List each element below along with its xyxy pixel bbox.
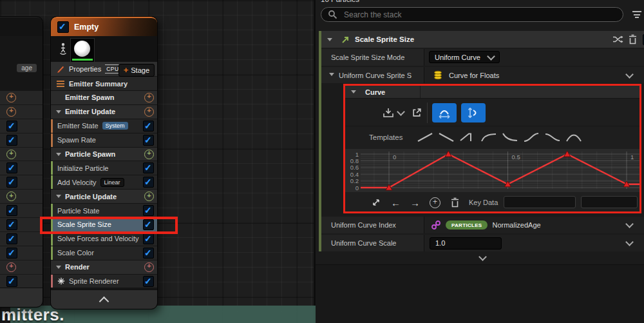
collapse-arrow-icon[interactable] bbox=[56, 110, 61, 113]
stack-row-emitter-update[interactable]: Emitter Update bbox=[51, 105, 157, 119]
collapse-arrow-icon[interactable] bbox=[329, 73, 334, 76]
emitter-header[interactable]: Empty bbox=[51, 17, 157, 36]
template-linear-rise-icon[interactable] bbox=[417, 132, 433, 142]
fit-vertical-button[interactable] bbox=[461, 103, 486, 122]
curve-header[interactable]: Curve bbox=[345, 86, 639, 99]
scale-sprite-size-header[interactable]: Scale Sprite Size bbox=[321, 31, 644, 48]
stack-row-render[interactable]: Render bbox=[51, 260, 157, 274]
ghost-stack-row[interactable] bbox=[0, 148, 43, 161]
template-peak-icon[interactable] bbox=[565, 132, 582, 142]
emitter-node-empty[interactable]: Empty Properties CPU + Stage bbox=[50, 16, 158, 309]
ghost-stack-row[interactable] bbox=[0, 119, 43, 133]
stack-row-emitter-state[interactable]: Emitter StateSystem bbox=[51, 119, 157, 133]
add-stage-button[interactable]: + Stage bbox=[118, 64, 155, 77]
add-key-icon[interactable] bbox=[430, 197, 440, 208]
source-value-area[interactable]: Curve for Floats bbox=[424, 67, 644, 83]
ghost-stack-row[interactable] bbox=[0, 190, 43, 203]
stack-row-solve-forces-and-velocity[interactable]: Solve Forces and Velocity bbox=[51, 232, 157, 246]
ghost-stack-row[interactable] bbox=[0, 91, 43, 104]
row-properties[interactable]: Properties CPU + Stage bbox=[51, 62, 157, 77]
ghost-stack-row[interactable] bbox=[0, 218, 43, 231]
row-emitter-summary[interactable]: Emitter Summary bbox=[51, 77, 157, 91]
module-checkbox[interactable] bbox=[143, 135, 154, 146]
add-module-button[interactable] bbox=[144, 93, 154, 103]
fit-horizontal-button[interactable] bbox=[432, 103, 457, 122]
add-module-button[interactable] bbox=[144, 191, 154, 201]
ghost-stack-row[interactable] bbox=[0, 275, 43, 288]
add-module-button[interactable] bbox=[6, 93, 16, 103]
search-bar[interactable] bbox=[321, 7, 623, 22]
module-checkbox[interactable] bbox=[143, 276, 154, 287]
stack-row-emitter-spawn[interactable]: Emitter Spawn bbox=[51, 91, 157, 104]
module-checkbox[interactable] bbox=[143, 121, 154, 132]
module-checkbox[interactable] bbox=[6, 121, 17, 132]
stack-row-particle-spawn[interactable]: Particle Spawn bbox=[51, 148, 157, 161]
module-checkbox[interactable] bbox=[143, 219, 154, 230]
ghost-stack-row[interactable] bbox=[0, 204, 43, 217]
chevron-down-icon[interactable] bbox=[625, 238, 634, 246]
stack-row-sprite-renderer[interactable]: Sprite Renderer bbox=[51, 275, 157, 288]
chevron-down-icon[interactable] bbox=[397, 108, 405, 116]
collapse-arrow-icon[interactable] bbox=[56, 266, 61, 269]
add-module-button[interactable] bbox=[144, 107, 154, 117]
add-module-button[interactable] bbox=[144, 262, 154, 272]
chevron-down-icon[interactable] bbox=[625, 70, 634, 79]
module-checkbox[interactable] bbox=[143, 233, 154, 244]
ghost-stack-row[interactable] bbox=[0, 260, 43, 274]
emitter-node-footer[interactable] bbox=[51, 289, 157, 309]
add-module-button[interactable] bbox=[6, 262, 16, 272]
stack-row-scale-color[interactable]: Scale Color bbox=[51, 246, 157, 260]
collapse-arrow-icon[interactable] bbox=[56, 153, 61, 156]
ghost-node-header[interactable] bbox=[0, 17, 43, 36]
ghost-stack-row[interactable] bbox=[0, 175, 43, 189]
chevron-down-icon[interactable] bbox=[625, 220, 634, 228]
filter-icon[interactable] bbox=[632, 11, 642, 20]
scale-input[interactable] bbox=[430, 237, 502, 250]
ghost-node-footer[interactable] bbox=[0, 288, 43, 307]
template-linear-fall-icon[interactable] bbox=[438, 132, 455, 142]
module-checkbox[interactable] bbox=[6, 219, 17, 230]
module-checkbox[interactable] bbox=[6, 177, 17, 188]
template-s-curve-rise-icon[interactable] bbox=[523, 132, 540, 142]
add-module-button[interactable] bbox=[6, 191, 16, 201]
template-rise-drop-icon[interactable] bbox=[459, 132, 476, 142]
stack-row-scale-sprite-size[interactable]: Scale Sprite Size bbox=[51, 218, 157, 231]
emitter-enabled-checkbox[interactable] bbox=[57, 21, 69, 33]
module-checkbox[interactable] bbox=[6, 162, 17, 173]
emitter-thumbnail[interactable] bbox=[70, 38, 95, 63]
stack-row-spawn-rate[interactable]: Spawn Rate bbox=[51, 133, 157, 147]
add-module-button[interactable] bbox=[6, 150, 16, 159]
ghost-emitter-node[interactable]: age bbox=[0, 16, 43, 308]
template-ease-fall-icon[interactable] bbox=[544, 132, 561, 142]
scale-value-area[interactable] bbox=[424, 235, 644, 251]
mode-dropdown[interactable]: Uniform Curve bbox=[429, 51, 500, 63]
stack-row-add-velocity[interactable]: Add VelocityLinear bbox=[51, 175, 157, 189]
add-module-button[interactable] bbox=[144, 150, 154, 159]
module-checkbox[interactable] bbox=[6, 135, 17, 146]
collapse-arrow-icon[interactable] bbox=[351, 90, 356, 93]
left-arrow-icon[interactable]: ← bbox=[391, 198, 401, 208]
module-checkbox[interactable] bbox=[143, 248, 154, 259]
module-checkbox[interactable] bbox=[143, 205, 154, 216]
ghost-stack-row[interactable] bbox=[0, 246, 43, 260]
collapse-arrow-icon[interactable] bbox=[56, 195, 61, 198]
add-module-button[interactable] bbox=[6, 107, 16, 117]
ghost-stack-row[interactable] bbox=[0, 232, 43, 246]
key-data-field-1[interactable] bbox=[504, 196, 576, 208]
save-curve-icon[interactable] bbox=[381, 107, 395, 119]
search-input[interactable] bbox=[343, 10, 616, 20]
stack-row-initialize-particle[interactable]: Initialize Particle bbox=[51, 161, 157, 175]
delete-key-icon[interactable] bbox=[451, 197, 459, 208]
module-checkbox[interactable] bbox=[6, 205, 17, 216]
right-arrow-icon[interactable]: → bbox=[410, 198, 420, 208]
trash-icon[interactable] bbox=[629, 34, 637, 44]
ghost-stack-row[interactable] bbox=[0, 133, 43, 147]
template-decay-icon[interactable] bbox=[502, 132, 518, 142]
shuffle-icon[interactable] bbox=[612, 35, 623, 44]
expand-icon[interactable] bbox=[372, 198, 381, 207]
collapse-arrow-icon[interactable] bbox=[327, 38, 332, 41]
ghost-stack-row[interactable] bbox=[0, 105, 43, 119]
index-value-area[interactable]: PARTICLES NormalizedAge bbox=[424, 217, 644, 233]
module-checkbox[interactable] bbox=[6, 233, 17, 244]
panel-expander[interactable] bbox=[321, 253, 644, 263]
